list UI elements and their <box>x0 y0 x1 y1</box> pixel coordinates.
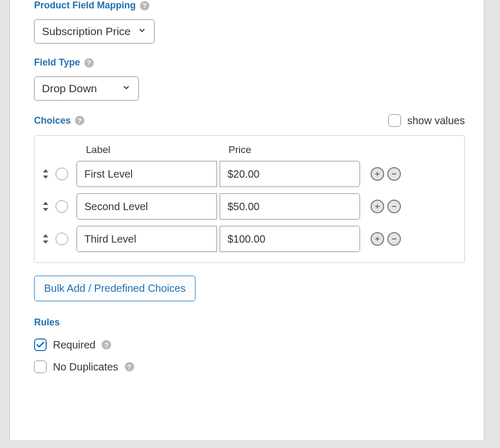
section-title: Rules <box>34 317 60 328</box>
required-label: Required <box>53 339 95 351</box>
section-title: Choices <box>34 115 71 126</box>
choice-price-input[interactable] <box>220 161 360 187</box>
help-icon[interactable]: ? <box>102 340 111 349</box>
add-choice-button[interactable] <box>371 200 384 213</box>
remove-choice-button[interactable] <box>387 200 401 213</box>
choice-row <box>41 161 458 187</box>
help-icon[interactable]: ? <box>75 116 84 125</box>
bulk-add-button[interactable]: Bulk Add / Predefined Choices <box>34 276 195 301</box>
no-duplicates-checkbox[interactable] <box>34 360 47 373</box>
choices-table-header: Label Price <box>41 144 458 156</box>
drag-handle-icon[interactable] <box>41 234 50 244</box>
choice-row <box>41 193 458 220</box>
field-settings-panel: Product Field Mapping ? Subscription Pri… <box>9 0 484 440</box>
svg-marker-6 <box>43 208 48 211</box>
show-values-toggle: show values <box>388 114 465 127</box>
choice-row <box>41 226 458 252</box>
show-values-label: show values <box>407 115 465 127</box>
choice-price-input[interactable] <box>220 226 360 252</box>
help-icon[interactable]: ? <box>140 1 149 10</box>
svg-marker-5 <box>43 202 48 205</box>
bulk-add-label: Bulk Add / Predefined Choices <box>44 282 186 294</box>
help-icon[interactable]: ? <box>84 58 94 68</box>
choice-label-input[interactable] <box>77 161 217 187</box>
drag-handle-icon[interactable] <box>41 169 50 179</box>
field-type-label: Field Type ? <box>34 57 465 68</box>
choice-label-input[interactable] <box>77 226 217 252</box>
add-choice-button[interactable] <box>371 167 384 181</box>
rule-no-duplicates: No Duplicates ? <box>34 360 465 373</box>
section-title: Field Type <box>34 57 80 68</box>
field-type-select[interactable]: Drop Down <box>34 77 139 101</box>
svg-marker-0 <box>43 169 48 172</box>
product-field-mapping-label: Product Field Mapping ? <box>34 0 465 11</box>
svg-marker-11 <box>43 241 48 244</box>
choices-label: Choices ? <box>34 115 84 126</box>
required-checkbox[interactable] <box>34 338 47 351</box>
drag-handle-icon[interactable] <box>41 202 50 211</box>
help-icon[interactable]: ? <box>125 362 134 371</box>
default-choice-radio[interactable] <box>56 200 68 213</box>
choice-label-input[interactable] <box>77 193 217 220</box>
default-choice-radio[interactable] <box>56 233 68 245</box>
column-header-price: Price <box>229 144 370 156</box>
chevron-down-icon <box>137 25 147 38</box>
select-value: Drop Down <box>42 82 97 95</box>
svg-marker-1 <box>43 176 48 179</box>
rules-label: Rules <box>34 317 465 328</box>
default-choice-radio[interactable] <box>56 168 68 180</box>
no-duplicates-label: No Duplicates <box>53 361 118 373</box>
rule-required: Required ? <box>34 338 465 351</box>
remove-choice-button[interactable] <box>387 232 401 246</box>
product-field-mapping-select[interactable]: Subscription Price <box>34 19 155 43</box>
choices-table: Label Price <box>34 135 465 263</box>
remove-choice-button[interactable] <box>387 167 401 181</box>
show-values-checkbox[interactable] <box>388 114 401 127</box>
select-value: Subscription Price <box>42 25 131 38</box>
section-title: Product Field Mapping <box>34 0 136 11</box>
add-choice-button[interactable] <box>371 232 384 246</box>
choice-price-input[interactable] <box>220 193 360 220</box>
column-header-label: Label <box>86 144 229 156</box>
svg-marker-10 <box>43 234 48 237</box>
chevron-down-icon <box>122 82 131 95</box>
